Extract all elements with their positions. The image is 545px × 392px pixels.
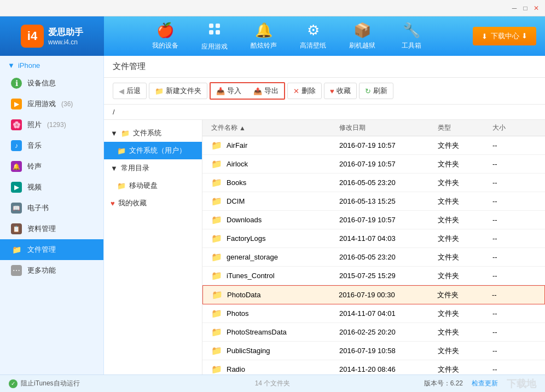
file-type: 文件夹 <box>438 271 492 281</box>
tree-filesystem-user[interactable]: 📁 文件系统（用户） <box>104 142 202 159</box>
sidebar-item-music[interactable]: ♪ 音乐 <box>0 135 103 156</box>
file-name-cell: 📁 Airlock <box>211 159 339 169</box>
table-row[interactable]: 📁 Books 2016-05-05 23:20 文件夹 -- <box>202 174 545 192</box>
table-row[interactable]: 📁 AirFair 2016-07-19 10:57 文件夹 -- <box>202 136 545 155</box>
sidebar-item-ebook[interactable]: 📖 电子书 <box>0 198 103 218</box>
nav-jailbreak[interactable]: 📦 刷机越狱 <box>338 16 387 56</box>
table-row[interactable]: 📁 PublicStaging 2016-07-19 10:58 文件夹 -- <box>202 342 545 360</box>
folder-icon: 📁 <box>211 327 222 337</box>
nav-toolbox[interactable]: 🔧 工具箱 <box>387 16 436 56</box>
itunes-check[interactable]: ✓ 阻止iTunes自动运行 <box>9 379 80 388</box>
logo-area: i4 爱思助手 www.i4.cn <box>0 16 104 56</box>
file-date: 2016-05-05 23:20 <box>339 253 438 261</box>
file-type: 文件夹 <box>438 141 492 151</box>
table-row[interactable]: 📁 PhotoStreamsData 2016-02-25 20:20 文件夹 … <box>202 323 545 342</box>
nav-ringtones[interactable]: 🔔 酷炫铃声 <box>239 16 288 56</box>
favorite-button[interactable]: ♥ 收藏 <box>324 83 357 99</box>
tree-filesystem[interactable]: ▼ 📁 文件系统 <box>104 124 202 142</box>
minimize-button[interactable]: ─ <box>510 4 519 13</box>
nav-app-games[interactable]: 应用游戏 <box>190 16 239 56</box>
itunes-label: 阻止iTunes自动运行 <box>21 379 80 388</box>
file-size: -- <box>492 178 536 187</box>
title-bar: ─ □ ✕ <box>0 0 545 16</box>
new-folder-button[interactable]: 📁 新建文件夹 <box>149 83 207 99</box>
sidebar-item-file-mgr[interactable]: 📁 文件管理 <box>0 239 103 260</box>
file-count-center: 14 个文件夹 <box>255 379 291 388</box>
apps-icon: ▶ <box>11 99 22 109</box>
file-name: Radio <box>227 365 245 373</box>
nav-wallpaper[interactable]: ⚙ 高清壁纸 <box>288 16 338 56</box>
sidebar-item-photos[interactable]: 🌸 照片 (1293) <box>0 114 103 135</box>
tree-mobile-hdd[interactable]: 📁 移动硬盘 <box>104 177 202 194</box>
photos-icon: 🌸 <box>11 119 22 130</box>
svg-rect-1 <box>216 24 220 28</box>
box-icon: 📦 <box>353 22 371 39</box>
import-icon: 📥 <box>216 87 225 95</box>
back-icon: ◀ <box>119 87 124 95</box>
sidebar-ringtones-label: 铃声 <box>27 162 42 171</box>
sidebar-device-section: ▼ iPhone <box>0 56 103 73</box>
sidebar-item-more[interactable]: ⋯ 更多功能 <box>0 260 103 281</box>
table-row[interactable]: 📁 DCIM 2016-05-13 15:25 文件夹 -- <box>202 192 545 211</box>
heart-icon: ♥ <box>330 87 334 95</box>
download-center-button[interactable]: ⬇ 下载中心 ⬇ <box>473 27 536 45</box>
file-rows-container: 📁 AirFair 2016-07-19 10:57 文件夹 -- 📁 Airl… <box>202 136 545 374</box>
close-button[interactable]: ✕ <box>532 4 541 13</box>
sidebar-item-ringtones[interactable]: 🔔 铃声 <box>0 156 103 177</box>
file-name-cell: 📁 PhotoStreamsData <box>211 327 339 337</box>
col-name[interactable]: 文件名称 ▲ <box>211 123 339 132</box>
file-type: 文件夹 <box>438 346 492 356</box>
sidebar-item-data-mgr[interactable]: 📋 资料管理 <box>0 218 103 239</box>
mobile-hdd-icon: 📁 <box>117 182 126 190</box>
table-row[interactable]: 📁 Airlock 2016-07-19 10:57 文件夹 -- <box>202 155 545 174</box>
table-row[interactable]: 📁 general_storage 2016-05-05 23:20 文件夹 -… <box>202 248 545 267</box>
col-type: 类型 <box>438 123 492 132</box>
col-size: 大小 <box>492 123 536 132</box>
sidebar-photos-count: (1293) <box>47 121 66 129</box>
file-size: -- <box>492 272 536 280</box>
update-button[interactable]: 检查更新 <box>472 379 498 388</box>
refresh-icon: ↻ <box>365 87 371 95</box>
file-name-cell: 📁 DCIM <box>211 196 339 206</box>
folder-user-icon: 📁 <box>117 147 126 155</box>
tree-filesystem-label: 文件系统 <box>133 128 161 138</box>
sidebar-more-label: 更多功能 <box>27 266 56 275</box>
current-path: / <box>113 108 115 116</box>
maximize-button[interactable]: □ <box>521 4 530 13</box>
folder-icon: 📁 <box>211 345 222 356</box>
sidebar-item-device-info[interactable]: ℹ 设备信息 <box>0 73 103 94</box>
file-name: Books <box>227 178 246 187</box>
delete-button[interactable]: ✕ 删除 <box>287 83 322 99</box>
folder-icon: 📁 <box>211 252 222 262</box>
sidebar-device-info-label: 设备信息 <box>27 78 56 88</box>
tree-common-dirs[interactable]: ▼ 常用目录 <box>104 159 202 177</box>
status-left: ✓ 阻止iTunes自动运行 <box>9 379 80 388</box>
sidebar-item-video[interactable]: ▶ 视频 <box>0 177 103 198</box>
download-label: 下载中心 ⬇ <box>491 31 527 41</box>
back-button[interactable]: ◀ 后退 <box>113 83 147 99</box>
import-button[interactable]: 📥 导入 <box>211 83 247 99</box>
sidebar-item-apps[interactable]: ▶ 应用游戏 (36) <box>0 94 103 114</box>
file-date: 2014-11-07 04:03 <box>339 234 438 243</box>
table-row[interactable]: 📁 Downloads 2016-07-19 10:57 文件夹 -- <box>202 211 545 229</box>
logo-sub: www.i4.cn <box>48 38 83 46</box>
table-row[interactable]: 📁 Radio 2014-11-20 08:46 文件夹 -- <box>202 360 545 374</box>
export-button[interactable]: 📤 导出 <box>248 83 284 99</box>
refresh-button[interactable]: ↻ 刷新 <box>359 83 393 99</box>
table-row[interactable]: 📁 iTunes_Control 2015-07-25 15:29 文件夹 -- <box>202 267 545 285</box>
table-row[interactable]: 📁 Photos 2014-11-07 04:01 文件夹 -- <box>202 304 545 323</box>
favorites-icon: ♥ <box>111 199 115 207</box>
tree-my-favorites[interactable]: ♥ 我的收藏 <box>104 194 202 212</box>
table-row[interactable]: 📁 PhotoData 2016-07-19 00:30 文件夹 -- <box>202 285 545 304</box>
file-size: -- <box>492 141 536 149</box>
file-date: 2016-05-13 15:25 <box>339 197 438 205</box>
file-type: 文件夹 <box>438 365 492 374</box>
table-row[interactable]: 📁 FactoryLogs 2014-11-07 04:03 文件夹 -- <box>202 229 545 248</box>
file-name: PublicStaging <box>227 347 270 355</box>
file-name-cell: 📁 PhotoData <box>212 290 339 300</box>
nav-my-device[interactable]: 🍎 我的设备 <box>141 16 190 56</box>
ringtone-icon: 🔔 <box>11 161 22 172</box>
delete-label: 删除 <box>302 86 316 96</box>
file-name: iTunes_Control <box>227 272 275 280</box>
favorite-label: 收藏 <box>337 86 351 96</box>
